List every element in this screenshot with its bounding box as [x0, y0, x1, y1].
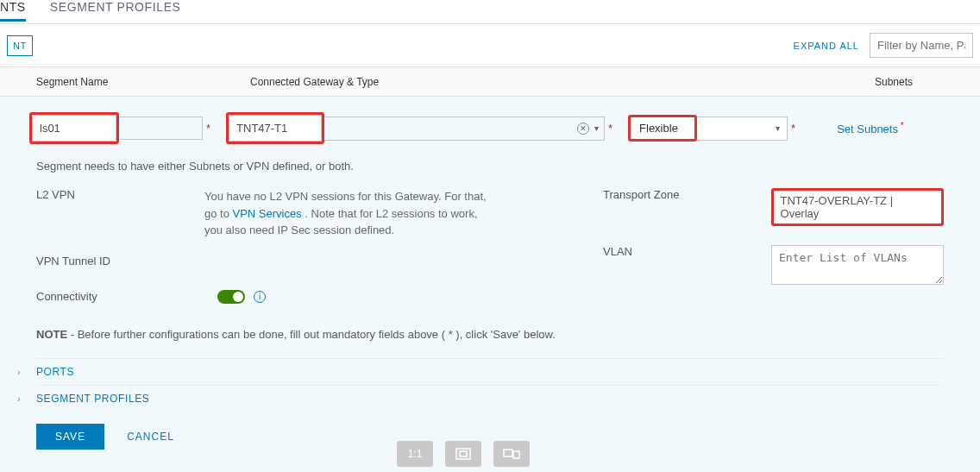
l2vpn-value: You have no L2 VPN sessions for this Gat… [204, 188, 498, 239]
connected-gateway-input[interactable] [229, 115, 322, 142]
required-indicator: * [791, 122, 795, 135]
ports-section-toggle[interactable]: › PORTS [36, 358, 944, 385]
required-indicator: * [608, 122, 612, 135]
required-indicator: * [206, 122, 210, 135]
chevron-right-icon: › [17, 393, 28, 404]
fit-screen-icon[interactable] [445, 441, 481, 467]
add-segment-button[interactable]: NT [7, 35, 33, 56]
svg-rect-3 [513, 451, 519, 458]
toolbar: NT EXPAND ALL [0, 24, 980, 67]
gateway-dropdown-icon[interactable]: ▾ [594, 123, 599, 133]
l2vpn-label: L2 VPN [36, 188, 204, 201]
column-headers: Segment Name Connected Gateway & Type Su… [0, 67, 980, 97]
tab-bar: NTS SEGMENT PROFILES [0, 0, 980, 24]
svg-rect-1 [460, 451, 467, 456]
viewer-controls: 1:1 [397, 441, 530, 467]
vlan-label: VLAN [603, 245, 771, 258]
clear-gateway-icon[interactable]: ✕ [577, 123, 589, 135]
connectivity-toggle[interactable] [217, 290, 245, 304]
zoom-1-1-icon[interactable]: 1:1 [397, 441, 433, 467]
save-button[interactable]: SAVE [36, 424, 104, 450]
segment-edit-row: * ✕ ▾ * Flexible ▾ * Set Subnets * [0, 97, 980, 160]
chevron-right-icon: › [17, 367, 28, 377]
expand-all-link[interactable]: EXPAND ALL [794, 41, 859, 51]
vpn-tunnel-id-label: VPN Tunnel ID [36, 255, 204, 267]
tab-segment-profiles[interactable]: SEGMENT PROFILES [50, 0, 181, 19]
header-subnets: Subnets [854, 76, 913, 88]
screens-icon[interactable] [493, 441, 530, 467]
info-icon[interactable]: i [254, 291, 266, 303]
connectivity-label: Connectivity [36, 290, 217, 303]
header-gateway-type: Connected Gateway & Type [250, 76, 854, 88]
set-subnets-link[interactable]: Set Subnets * [837, 121, 904, 135]
vpn-services-link[interactable]: VPN Services [233, 207, 302, 220]
header-segment-name: Segment Name [0, 76, 250, 88]
transport-zone-value[interactable]: TNT47-OVERLAY-TZ | Overlay [771, 188, 944, 226]
gateway-input-controls: ✕ ▾ [324, 116, 605, 141]
svg-rect-0 [456, 449, 470, 459]
type-dropdown-icon[interactable]: ▾ [776, 123, 780, 133]
svg-rect-2 [504, 450, 512, 456]
segment-name-input-ext[interactable] [119, 116, 203, 140]
segment-type-select[interactable]: Flexible [639, 122, 678, 135]
segment-details-panel: Segment needs to have either Subnets or … [0, 160, 980, 472]
mandatory-fields-note: NOTE - Before further configurations can… [36, 328, 944, 341]
tab-segments[interactable]: NTS [0, 0, 26, 22]
segment-definition-note: Segment needs to have either Subnets or … [36, 160, 944, 173]
cancel-button[interactable]: CANCEL [127, 431, 174, 443]
transport-zone-label: Transport Zone [603, 188, 771, 201]
vlan-input[interactable] [771, 245, 944, 285]
segment-profiles-section-toggle[interactable]: › SEGMENT PROFILES [36, 385, 944, 412]
filter-input[interactable] [870, 33, 973, 58]
segment-name-input[interactable] [32, 115, 116, 142]
